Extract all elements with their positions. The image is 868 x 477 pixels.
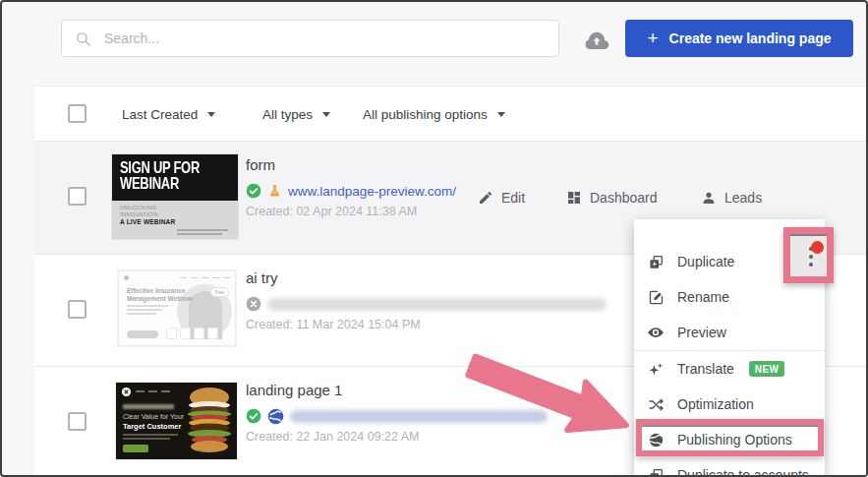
- edit-button-label: Edit: [501, 190, 525, 206]
- thumbnail-button-shape: [127, 330, 158, 338]
- more-options-kebab-button[interactable]: [783, 227, 834, 283]
- eye-icon: [647, 324, 665, 341]
- thumbnail-heading: Clear Value for Your: [123, 413, 184, 420]
- type-filter-label: All types: [262, 107, 313, 122]
- blurred-url: [267, 298, 607, 311]
- landing-page-thumbnail[interactable]: Free Effective Insurance Management Webi…: [118, 270, 236, 346]
- landing-page-title[interactable]: form: [246, 156, 275, 173]
- globe-icon: [647, 431, 665, 448]
- search-icon: [75, 30, 91, 47]
- duplicate-icon: [647, 253, 665, 270]
- kebab-dot: [809, 263, 813, 267]
- sort-dropdown-label: Last Created: [122, 107, 198, 122]
- published-check-icon: [246, 183, 261, 199]
- duplicate-icon: [647, 466, 665, 477]
- edit-button[interactable]: Edit: [478, 190, 525, 206]
- filter-row: Last Created All types All publishing op…: [34, 87, 866, 142]
- pencil-icon: [478, 190, 493, 206]
- created-timestamp: Created: 22 Jan 2024 09:22 AM: [246, 430, 420, 444]
- dashboard-button-label: Dashboard: [590, 190, 658, 206]
- kebab-dot: [809, 255, 813, 259]
- search-input[interactable]: [102, 30, 546, 47]
- select-all-checkbox[interactable]: [68, 104, 87, 123]
- published-globe-icon: [267, 408, 284, 425]
- leads-button-label: Leads: [724, 190, 762, 206]
- menu-item-label: Publishing Options: [677, 432, 792, 447]
- landing-page-thumbnail[interactable]: ✕ Clear Value for Your Target Customer: [116, 383, 237, 459]
- ab-test-flask-icon: [267, 184, 282, 199]
- menu-item-translate[interactable]: Translate NEW: [634, 351, 825, 387]
- row-checkbox[interactable]: [68, 187, 87, 206]
- landing-page-title[interactable]: landing page 1: [246, 382, 342, 398]
- landing-page-title[interactable]: ai try: [246, 269, 278, 286]
- chevron-down-icon: [497, 112, 505, 117]
- search-box[interactable]: [61, 20, 559, 57]
- thumbnail-logo: ✕: [122, 388, 131, 396]
- menu-item-label: Optimization: [677, 396, 754, 412]
- thumbnail-heading: SIGN UP FOR WEBINAR: [120, 159, 230, 192]
- thumbnail-heading-bold: Target Customer: [123, 422, 181, 431]
- menu-item-label: Rename: [677, 289, 729, 305]
- menu-item-label: Duplicate to accounts: [677, 467, 809, 477]
- thumbnail-subtext: UNLOCKING INNOVATION: A LIVE WEBINAR: [112, 201, 238, 235]
- menu-item-label: Translate: [677, 361, 734, 377]
- row-checkbox[interactable]: [68, 300, 87, 319]
- menu-item-label: Duplicate: [677, 254, 734, 269]
- shuffle-icon: [647, 395, 665, 413]
- menu-item-optimization[interactable]: Optimization: [634, 387, 825, 422]
- menu-item-rename[interactable]: Rename: [634, 279, 825, 315]
- burger-image: [180, 383, 237, 459]
- landing-page-thumbnail[interactable]: SIGN UP FOR WEBINAR UNLOCKING INNOVATION…: [112, 154, 238, 239]
- menu-item-label: Preview: [677, 325, 726, 340]
- chevron-down-icon: [322, 112, 330, 117]
- leads-button[interactable]: Leads: [701, 190, 762, 206]
- create-new-landing-page-button[interactable]: + Create new landing page: [625, 20, 853, 57]
- thumbnail-button-shape: [123, 445, 148, 452]
- menu-item-duplicate-to-accounts[interactable]: Duplicate to accounts: [634, 457, 825, 477]
- thumbnail-blurred-brand: [123, 404, 174, 409]
- cloud-upload-icon[interactable]: [583, 27, 610, 54]
- publishing-filter-label: All publishing options: [363, 107, 488, 122]
- row-checkbox[interactable]: [68, 412, 87, 431]
- menu-item-preview[interactable]: Preview: [634, 315, 825, 350]
- plus-icon: +: [647, 29, 658, 47]
- notification-dot: [811, 241, 824, 254]
- type-filter-dropdown[interactable]: All types: [262, 87, 330, 142]
- menu-item-publishing-options[interactable]: Publishing Options: [634, 422, 825, 457]
- rename-icon: [647, 288, 665, 306]
- created-timestamp: Created: 11 Mar 2024 15:04 PM: [246, 318, 421, 331]
- thumbnail-countdown: [166, 328, 218, 339]
- app-window: + Create new landing page Last Created A…: [0, 0, 868, 477]
- dashboard-button[interactable]: Dashboard: [566, 190, 658, 206]
- blurred-url: [290, 410, 548, 423]
- sort-dropdown[interactable]: Last Created: [122, 87, 215, 142]
- sparkle-icon: [647, 360, 665, 378]
- thumbnail-badge: Free: [210, 287, 229, 297]
- publishing-filter-dropdown[interactable]: All publishing options: [363, 87, 505, 142]
- person-icon: [701, 190, 717, 206]
- chevron-down-icon: [207, 112, 215, 117]
- dashboard-grid-icon: [566, 190, 582, 206]
- unpublished-x-icon: [246, 296, 261, 312]
- new-badge: NEW: [749, 361, 785, 377]
- create-button-label: Create new landing page: [669, 30, 832, 46]
- thumbnail-nav: [124, 275, 230, 280]
- thumbnail-heading: Effective Insurance Management Webinar: [127, 287, 193, 303]
- published-check-icon: [246, 408, 261, 424]
- created-timestamp: Created: 02 Apr 2024 11:38 AM: [246, 205, 417, 218]
- landing-page-url-link[interactable]: www.landpage-preview.com/: [288, 184, 456, 199]
